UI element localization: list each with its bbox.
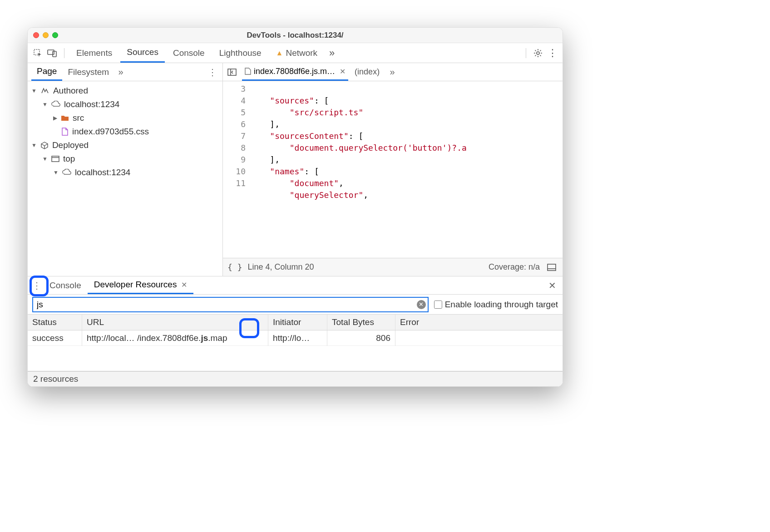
navigator-kebab-icon[interactable]: ⋮ xyxy=(206,66,219,79)
file-tabbar: index.7808df6e.js.m… ✕ (index) » xyxy=(223,63,563,81)
tree-file-css[interactable]: index.d9703d55.css xyxy=(30,125,221,138)
toggle-navigator-icon[interactable] xyxy=(226,66,238,79)
cell-bytes: 806 xyxy=(327,330,395,346)
tab-page[interactable]: Page xyxy=(31,63,62,81)
filter-row: ✕ Enable loading through target xyxy=(28,295,563,315)
sources-panel: Page Filesystem » ⋮ ▼ Authored ▼ localho… xyxy=(28,63,563,276)
tree-top[interactable]: ▼ top xyxy=(30,152,221,166)
navigator-pane: Page Filesystem » ⋮ ▼ Authored ▼ localho… xyxy=(28,63,223,276)
navigator-tabs: Page Filesystem » ⋮ xyxy=(28,63,222,81)
inspect-icon[interactable] xyxy=(31,47,44,59)
svg-rect-8 xyxy=(548,264,556,271)
main-tabbar: Elements Sources Console Lighthouse ▲ Ne… xyxy=(28,43,563,63)
clear-filter-icon[interactable]: ✕ xyxy=(417,300,426,309)
tree-authored[interactable]: ▼ Authored xyxy=(30,84,221,98)
file-tab-active[interactable]: index.7808df6e.js.m… ✕ xyxy=(242,63,348,81)
warning-icon: ▲ xyxy=(276,49,283,57)
pretty-print-icon[interactable]: { } xyxy=(227,262,242,272)
tab-lighthouse[interactable]: Lighthouse xyxy=(213,43,268,63)
col-url[interactable]: URL xyxy=(82,315,268,330)
col-initiator[interactable]: Initiator xyxy=(268,315,327,330)
navigator-overflow-icon[interactable]: » xyxy=(114,66,127,79)
table-row[interactable]: success http://local… /index.7808df6e.js… xyxy=(28,330,563,346)
file-tabs-overflow-icon[interactable]: » xyxy=(386,66,399,79)
devtools-window: DevTools - localhost:1234/ Elements Sour… xyxy=(27,27,563,387)
cell-error xyxy=(395,335,563,341)
editor-pane: index.7808df6e.js.m… ✕ (index) » 345 678… xyxy=(223,63,563,276)
file-tree[interactable]: ▼ Authored ▼ localhost:1234 ▶ src index.… xyxy=(28,81,222,276)
col-error[interactable]: Error xyxy=(395,315,563,330)
col-bytes[interactable]: Total Bytes xyxy=(327,315,395,330)
resource-count: 2 resources xyxy=(33,374,78,384)
svg-rect-1 xyxy=(48,50,54,54)
drawer-kebab-icon[interactable]: ⋮ xyxy=(30,279,43,292)
code-content: "sources": [ "src/script.ts" ], "sources… xyxy=(250,81,563,258)
tab-sources[interactable]: Sources xyxy=(120,43,165,63)
cell-initiator: http://lo… xyxy=(268,330,327,346)
overflow-tabs-icon[interactable]: » xyxy=(326,47,338,59)
cell-url: http://local… /index.7808df6e.js.map xyxy=(82,330,268,346)
coverage-label: Coverage: n/a xyxy=(489,262,540,272)
close-drawer-icon[interactable]: ✕ xyxy=(545,280,560,291)
file-tab-index[interactable]: (index) xyxy=(352,63,382,81)
drawer-tabbar: ⋮ Console Developer Resources ✕ ✕ xyxy=(28,276,563,295)
line-gutter: 345 678 91011 xyxy=(223,81,250,258)
resources-table: Status URL Initiator Total Bytes Error s… xyxy=(28,315,563,372)
settings-gear-icon[interactable] xyxy=(532,47,544,59)
svg-rect-2 xyxy=(53,51,56,57)
filter-input[interactable] xyxy=(32,297,429,312)
titlebar: DevTools - localhost:1234/ xyxy=(28,28,563,43)
drawer-statusbar: 2 resources xyxy=(28,372,563,386)
tab-elements[interactable]: Elements xyxy=(70,43,118,63)
table-header: Status URL Initiator Total Bytes Error xyxy=(28,315,563,330)
enable-loading-checkbox[interactable]: Enable loading through target xyxy=(434,300,558,310)
cursor-position: Line 4, Column 20 xyxy=(248,262,314,272)
cell-status: success xyxy=(28,330,82,346)
close-drawer-tab-icon[interactable]: ✕ xyxy=(181,281,187,289)
tab-filesystem[interactable]: Filesystem xyxy=(62,63,114,81)
tree-host-deployed[interactable]: ▼ localhost:1234 xyxy=(30,166,221,179)
col-status[interactable]: Status xyxy=(28,315,82,330)
drawer: ⋮ Console Developer Resources ✕ ✕ ✕ Enab… xyxy=(28,276,563,386)
close-tab-icon[interactable]: ✕ xyxy=(340,67,346,76)
tree-deployed[interactable]: ▼ Deployed xyxy=(30,138,221,152)
window-title: DevTools - localhost:1234/ xyxy=(28,31,563,40)
tab-network[interactable]: ▲ Network xyxy=(270,43,324,63)
tab-console[interactable]: Console xyxy=(167,43,211,63)
svg-rect-4 xyxy=(52,156,59,162)
editor-statusbar: { } Line 4, Column 20 Coverage: n/a xyxy=(223,258,563,276)
tree-folder-src[interactable]: ▶ src xyxy=(30,111,221,125)
svg-point-3 xyxy=(537,52,539,54)
drawer-tab-console[interactable]: Console xyxy=(43,276,88,294)
toggle-sidebar-icon[interactable] xyxy=(545,261,558,274)
device-toggle-icon[interactable] xyxy=(46,47,59,59)
kebab-menu-icon[interactable]: ⋮ xyxy=(546,47,559,59)
code-editor[interactable]: 345 678 91011 "sources": [ "src/script.t… xyxy=(223,81,563,258)
tree-host-authored[interactable]: ▼ localhost:1234 xyxy=(30,98,221,111)
drawer-tab-devres[interactable]: Developer Resources ✕ xyxy=(88,276,194,294)
